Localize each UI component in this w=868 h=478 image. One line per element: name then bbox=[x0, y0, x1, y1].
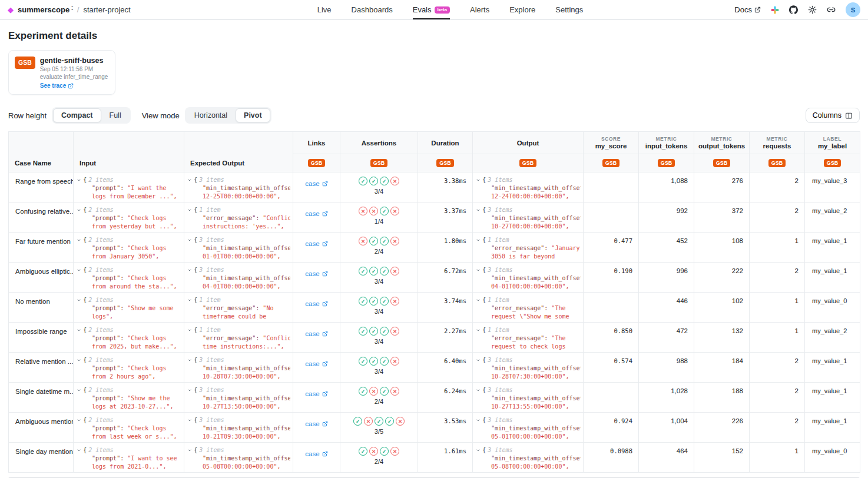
chevron-down-icon[interactable] bbox=[476, 358, 481, 363]
case-link[interactable]: case bbox=[305, 420, 327, 427]
case-name: Impossible range bbox=[15, 328, 67, 335]
chevron-down-icon[interactable] bbox=[77, 418, 81, 423]
chevron-down-icon[interactable] bbox=[187, 208, 192, 213]
case-link[interactable]: case bbox=[305, 210, 327, 217]
output-cell: { 1 item "error_message": "January 3050 … bbox=[473, 233, 584, 263]
docs-link[interactable]: Docs bbox=[734, 5, 761, 14]
theme-sun-icon[interactable] bbox=[808, 5, 817, 14]
chevron-down-icon[interactable] bbox=[187, 388, 192, 393]
assertions-cell: ✕✓✓✕ 2/4 bbox=[340, 233, 418, 263]
table-row[interactable]: No mention { 2 items "prompt": "Show me … bbox=[9, 293, 860, 323]
assertions-summary: 2/4 bbox=[340, 458, 418, 465]
chevron-down-icon[interactable] bbox=[187, 418, 192, 423]
table-row[interactable]: Relative mention ... { 2 items "prompt":… bbox=[9, 353, 860, 383]
links-cell: case bbox=[293, 353, 340, 383]
case-link[interactable]: case bbox=[305, 270, 327, 277]
nav-tab-settings[interactable]: Settings bbox=[555, 0, 583, 19]
case-link[interactable]: case bbox=[305, 450, 327, 457]
input-cell: { 2 items "prompt": "Check logs from las… bbox=[74, 413, 184, 443]
table-row[interactable]: Impossible range { 2 items "prompt": "Ch… bbox=[9, 323, 860, 353]
table-row[interactable]: Confusing relative... { 2 items "prompt"… bbox=[9, 203, 860, 233]
nav-tab-evals[interactable]: Evals beta bbox=[413, 0, 450, 19]
chevron-down-icon[interactable] bbox=[77, 178, 81, 182]
chevron-down-icon[interactable] bbox=[77, 268, 81, 273]
my-label-cell: my_value_1 bbox=[805, 263, 860, 293]
assertion-pass-icon: ✓ bbox=[375, 417, 383, 426]
slack-icon[interactable] bbox=[771, 6, 779, 14]
chevron-down-icon[interactable] bbox=[77, 328, 81, 333]
row-height-segment: Compact Full bbox=[52, 107, 131, 124]
requests-cell: 2 bbox=[750, 263, 805, 293]
chevron-down-icon[interactable] bbox=[187, 238, 192, 243]
org-switcher[interactable]: summerscope ˆˇ bbox=[18, 5, 73, 14]
assertion-fail-icon: ✕ bbox=[396, 417, 405, 426]
col-header-expected-output: Expected Output bbox=[184, 132, 293, 172]
input-tokens-cell: 1,028 bbox=[639, 383, 694, 413]
assertion-fail-icon: ✕ bbox=[359, 237, 367, 245]
case-link[interactable]: case bbox=[305, 180, 327, 187]
table-row[interactable]: Ambiguous mention { 2 items "prompt": "C… bbox=[9, 413, 860, 443]
duration-cell: 6.72ms bbox=[418, 263, 473, 293]
nav-tab-explore[interactable]: Explore bbox=[509, 0, 535, 19]
top-nav: ◆ summerscope ˆˇ / starter-project Live … bbox=[0, 0, 868, 20]
chevron-down-icon[interactable] bbox=[476, 448, 481, 453]
chevron-down-icon[interactable] bbox=[476, 418, 481, 423]
duration-cell: 3.37ms bbox=[418, 203, 473, 233]
case-link[interactable]: case bbox=[305, 360, 327, 367]
chevron-down-icon[interactable] bbox=[476, 208, 481, 213]
input-cell: { 2 items "prompt": "Check logs from 2 h… bbox=[74, 353, 184, 383]
table-row[interactable]: Ambiguous elliptic... { 2 items "prompt"… bbox=[9, 263, 860, 293]
chevron-down-icon[interactable] bbox=[476, 328, 481, 333]
table-row[interactable]: Range from speech { 2 items "prompt": "I… bbox=[9, 172, 860, 203]
chevron-down-icon[interactable] bbox=[77, 358, 81, 363]
chevron-down-icon[interactable] bbox=[187, 268, 192, 273]
table-row[interactable]: Far future mention { 2 items "prompt": "… bbox=[9, 233, 860, 263]
chevron-down-icon[interactable] bbox=[476, 178, 481, 182]
nav-tab-dashboards[interactable]: Dashboards bbox=[352, 0, 393, 19]
assertions-summary: 3/4 bbox=[340, 338, 418, 345]
chevron-down-icon[interactable] bbox=[476, 268, 481, 273]
output-tokens-cell: 226 bbox=[694, 413, 750, 443]
assertion-pass-icon: ✓ bbox=[380, 327, 389, 336]
nav-tab-alerts[interactable]: Alerts bbox=[470, 0, 489, 19]
chevron-down-icon[interactable] bbox=[187, 178, 192, 182]
chevron-down-icon[interactable] bbox=[476, 298, 481, 303]
output-tokens-cell: 132 bbox=[694, 323, 750, 353]
table-row[interactable]: Single datetime m... { 2 items "prompt":… bbox=[9, 383, 860, 413]
assertion-pass-icon: ✓ bbox=[385, 417, 394, 426]
experiment-badge: GSB bbox=[768, 159, 786, 168]
nav-tab-live[interactable]: Live bbox=[317, 0, 332, 19]
share-link-icon[interactable] bbox=[827, 5, 836, 14]
chevron-down-icon[interactable] bbox=[476, 388, 481, 393]
expected-output-cell: { 1 item "error_message": "Conflicti tim… bbox=[184, 323, 293, 353]
row-height-compact[interactable]: Compact bbox=[53, 108, 101, 122]
view-mode-horizontal[interactable]: Horizontal bbox=[186, 108, 236, 122]
case-link[interactable]: case bbox=[305, 300, 327, 307]
assertion-fail-icon: ✕ bbox=[390, 357, 399, 366]
breadcrumb-project[interactable]: starter-project bbox=[83, 5, 130, 14]
chevron-down-icon[interactable] bbox=[77, 448, 81, 453]
chevron-down-icon[interactable] bbox=[476, 238, 481, 243]
chevron-down-icon[interactable] bbox=[77, 208, 81, 213]
chevron-down-icon[interactable] bbox=[77, 388, 81, 393]
my-score-cell bbox=[584, 383, 639, 413]
chevron-down-icon[interactable] bbox=[187, 448, 192, 453]
chevron-down-icon[interactable] bbox=[187, 298, 192, 303]
chevron-down-icon[interactable] bbox=[77, 298, 81, 303]
case-link[interactable]: case bbox=[305, 390, 327, 397]
case-link[interactable]: case bbox=[305, 330, 327, 337]
chevron-down-icon[interactable] bbox=[187, 328, 192, 333]
assertion-fail-icon: ✕ bbox=[390, 267, 399, 275]
case-link[interactable]: case bbox=[305, 240, 327, 247]
nav-tabs: Live Dashboards Evals beta Alerts Explor… bbox=[282, 0, 584, 19]
chevron-down-icon[interactable] bbox=[77, 238, 81, 243]
chevron-down-icon[interactable] bbox=[187, 358, 192, 363]
user-avatar[interactable]: S bbox=[846, 2, 860, 17]
github-icon[interactable] bbox=[789, 5, 798, 14]
row-height-full[interactable]: Full bbox=[101, 108, 130, 122]
table-row[interactable]: Single day mention { 2 items "prompt": "… bbox=[9, 443, 860, 473]
assertion-pass-icon: ✓ bbox=[369, 297, 378, 306]
see-trace-link[interactable]: See trace bbox=[40, 82, 108, 89]
view-mode-pivot[interactable]: Pivot bbox=[236, 108, 270, 122]
columns-button[interactable]: Columns bbox=[806, 108, 860, 123]
